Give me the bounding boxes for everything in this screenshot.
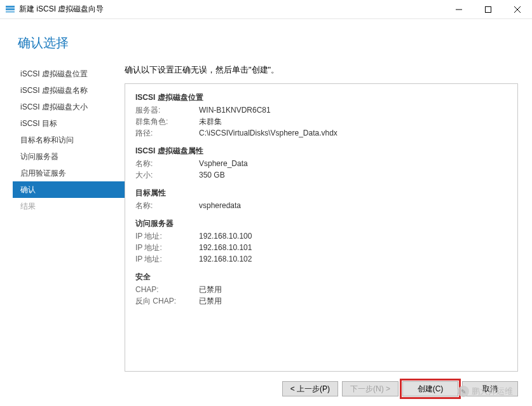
- value-server: WIN-B1KNVDR6C81: [199, 104, 271, 116]
- title-bar: 新建 iSCSI 虚拟磁盘向导: [0, 0, 532, 19]
- summary-panel: ISCSI 虚拟磁盘位置 服务器: WIN-B1KNVDR6C81 群集角色: …: [125, 83, 518, 372]
- row-diskname: 名称: Vsphere_Data: [135, 158, 507, 169]
- sidebar-item-name[interactable]: iSCSI 虚拟磁盘名称: [13, 82, 125, 99]
- instruction-text: 确认以下设置正确无误，然后单击"创建"。: [125, 64, 518, 76]
- label-chap: CHAP:: [135, 284, 199, 295]
- footer: < 上一步(P) 下一步(N) > 创建(C) 取消: [0, 372, 532, 406]
- sidebar-item-confirm[interactable]: 确认: [13, 181, 125, 198]
- label-ip: IP 地址:: [135, 253, 199, 265]
- value-ip-0: 192.168.10.100: [199, 230, 252, 242]
- label-rchap: 反向 CHAP:: [135, 295, 199, 307]
- label-server: 服务器:: [135, 104, 199, 116]
- label-targetname: 名称:: [135, 200, 199, 211]
- sidebar-item-location[interactable]: iSCSI 虚拟磁盘位置: [13, 66, 125, 82]
- svg-rect-2: [6, 11, 15, 13]
- prev-button[interactable]: < 上一步(P): [282, 381, 338, 396]
- sidebar-item-target-name[interactable]: 目标名称和访问: [13, 132, 125, 148]
- label-diskname: 名称:: [135, 158, 199, 169]
- label-size: 大小:: [135, 169, 199, 181]
- app-icon: [5, 4, 15, 15]
- row-targetname: 名称: vspheredata: [135, 200, 507, 211]
- next-button: 下一步(N) >: [342, 381, 399, 396]
- section-security-title: 安全: [135, 271, 507, 283]
- window-title: 新建 iSCSI 虚拟磁盘向导: [19, 4, 104, 15]
- section-target-title: 目标属性: [135, 187, 507, 199]
- value-size: 350 GB: [199, 169, 225, 181]
- label-cluster: 群集角色:: [135, 116, 199, 127]
- label-path: 路径:: [135, 127, 199, 139]
- sidebar-item-access[interactable]: 访问服务器: [13, 148, 125, 165]
- value-ip-1: 192.168.10.101: [199, 242, 252, 253]
- svg-rect-1: [6, 8, 15, 10]
- header: 确认选择: [0, 19, 532, 64]
- row-ip-1: IP 地址: 192.168.10.101: [135, 242, 507, 253]
- row-cluster: 群集角色: 未群集: [135, 116, 507, 127]
- create-button[interactable]: 创建(C): [402, 381, 458, 396]
- value-chap: 已禁用: [199, 284, 222, 295]
- value-targetname: vspheredata: [199, 200, 241, 211]
- row-path: 路径: C:\iSCSIVirtualDisks\Vsphere_Data.vh…: [135, 127, 507, 139]
- page-title: 确认选择: [18, 34, 532, 52]
- sidebar-item-auth[interactable]: 启用验证服务: [13, 165, 125, 181]
- section-location-title: ISCSI 虚拟磁盘位置: [135, 92, 507, 103]
- value-rchap: 已禁用: [199, 295, 222, 307]
- label-ip: IP 地址:: [135, 230, 199, 242]
- maximize-button[interactable]: [474, 0, 503, 19]
- value-diskname: Vsphere_Data: [199, 158, 248, 169]
- sidebar-item-result: 结果: [13, 198, 125, 214]
- row-size: 大小: 350 GB: [135, 169, 507, 181]
- label-ip: IP 地址:: [135, 242, 199, 253]
- sidebar-item-size[interactable]: iSCSI 虚拟磁盘大小: [13, 99, 125, 115]
- window-controls: [444, 0, 532, 19]
- value-path: C:\iSCSIVirtualDisks\Vsphere_Data.vhdx: [199, 127, 338, 139]
- value-ip-2: 192.168.10.102: [199, 253, 252, 265]
- close-button[interactable]: [503, 0, 532, 19]
- wizard-sidebar: iSCSI 虚拟磁盘位置 iSCSI 虚拟磁盘名称 iSCSI 虚拟磁盘大小 i…: [0, 64, 125, 372]
- value-cluster: 未群集: [199, 116, 222, 127]
- minimize-button[interactable]: [444, 0, 474, 19]
- row-ip-2: IP 地址: 192.168.10.102: [135, 253, 507, 265]
- row-server: 服务器: WIN-B1KNVDR6C81: [135, 104, 507, 116]
- row-chap: CHAP: 已禁用: [135, 284, 507, 295]
- sidebar-item-target[interactable]: iSCSI 目标: [13, 115, 125, 132]
- svg-rect-4: [486, 6, 491, 12]
- section-props-title: ISCSI 虚拟磁盘属性: [135, 145, 507, 157]
- row-rchap: 反向 CHAP: 已禁用: [135, 295, 507, 307]
- svg-rect-0: [6, 6, 15, 8]
- row-ip-0: IP 地址: 192.168.10.100: [135, 230, 507, 242]
- cancel-button[interactable]: 取消: [462, 381, 518, 396]
- section-access-title: 访问服务器: [135, 218, 507, 229]
